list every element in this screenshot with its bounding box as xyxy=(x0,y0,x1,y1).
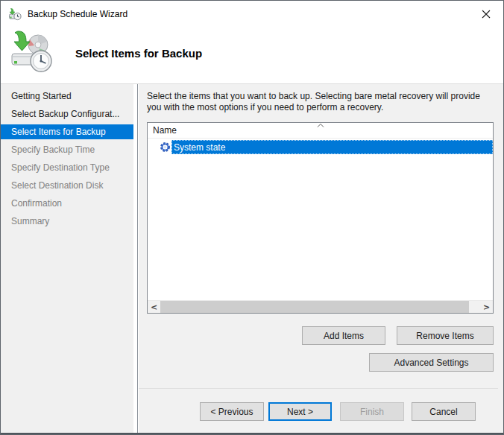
sort-ascending-chevron-icon xyxy=(317,124,324,127)
window-title: Backup Schedule Wizard xyxy=(28,9,127,19)
remove-items-button[interactable]: Remove Items xyxy=(397,326,494,345)
main-panel: Select the items that you want to back u… xyxy=(139,84,503,433)
scroll-right-icon: > xyxy=(483,302,490,312)
selected-row-highlight: System state xyxy=(171,140,493,154)
wizard-header: Select Items for Backup xyxy=(1,28,503,84)
add-items-button[interactable]: Add Items xyxy=(302,326,385,345)
column-header-label: Name xyxy=(153,125,177,136)
instructions-line-2: you with the most options if you need to… xyxy=(147,102,496,113)
step-specify-backup-time: Specify Backup Time xyxy=(1,141,133,159)
step-confirmation: Confirmation xyxy=(1,194,133,212)
backup-schedule-wizard-window: Backup Schedule Wizard S xyxy=(0,0,504,435)
list-item-label: System state xyxy=(171,142,225,153)
scroll-right-button[interactable]: > xyxy=(480,301,493,313)
footer-separator xyxy=(139,388,498,389)
step-select-destination-disk: Select Destination Disk xyxy=(1,177,133,194)
advanced-settings-button[interactable]: Advanced Settings xyxy=(369,353,494,372)
backup-items-list[interactable]: Name System state < xyxy=(147,122,494,314)
sidebar-divider xyxy=(133,84,138,433)
step-summary: Summary xyxy=(1,212,133,230)
step-select-items-for-backup: Select Items for Backup xyxy=(1,124,133,139)
close-icon xyxy=(482,10,491,19)
list-column-header-name[interactable]: Name xyxy=(148,123,493,139)
gear-icon xyxy=(160,142,171,153)
horizontal-scrollbar[interactable]: < > xyxy=(148,300,493,313)
window-bottom-edge xyxy=(1,433,503,434)
scroll-left-icon: < xyxy=(151,302,157,312)
scrollbar-thumb[interactable] xyxy=(160,301,469,313)
step-getting-started: Getting Started xyxy=(1,87,133,105)
step-select-backup-configuration: Select Backup Configurat... xyxy=(1,105,133,123)
step-specify-destination-type: Specify Destination Type xyxy=(1,159,133,177)
instructions-text: Select the items that you want to back u… xyxy=(147,91,496,113)
list-item-system-state[interactable]: System state xyxy=(148,140,493,154)
backup-wizard-icon xyxy=(8,7,22,21)
cancel-button[interactable]: Cancel xyxy=(412,402,476,421)
scroll-left-button[interactable]: < xyxy=(148,301,160,313)
backup-drive-clock-icon xyxy=(10,30,56,76)
next-button[interactable]: Next > xyxy=(268,402,332,421)
close-button[interactable] xyxy=(473,3,500,25)
title-bar: Backup Schedule Wizard xyxy=(1,1,503,28)
previous-button[interactable]: < Previous xyxy=(200,402,264,421)
page-title: Select Items for Backup xyxy=(75,47,202,60)
instructions-line-1: Select the items that you want to back u… xyxy=(147,91,496,102)
finish-button: Finish xyxy=(340,402,404,421)
wizard-steps-sidebar: Getting Started Select Backup Configurat… xyxy=(1,84,133,433)
